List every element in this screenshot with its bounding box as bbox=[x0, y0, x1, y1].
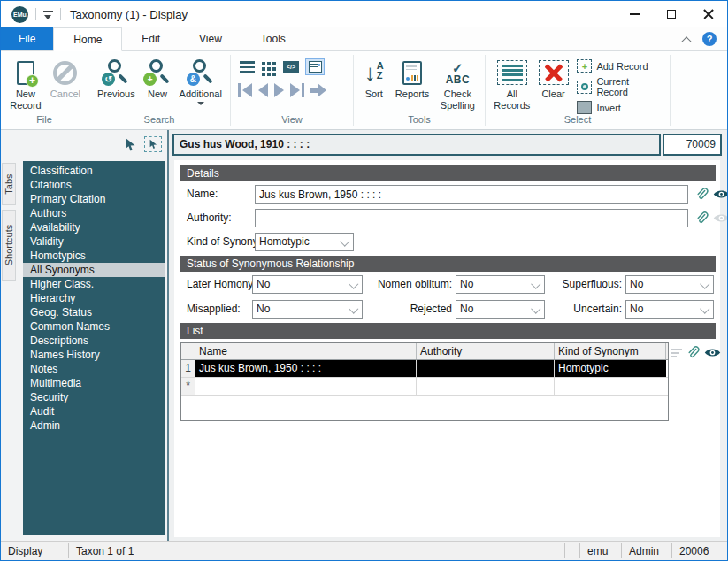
new-row-marker: * bbox=[181, 378, 195, 395]
tab-file[interactable]: File bbox=[1, 27, 53, 50]
ribbon: + New Record Cancel File ↺ Previous bbox=[1, 51, 727, 130]
sidebar-item-validity[interactable]: Validity bbox=[23, 234, 165, 249]
sidebar-item-hierarchy[interactable]: Hierarchy bbox=[23, 291, 165, 305]
synonym-table[interactable]: Name Authority Kind of Synonym 1 Jus kus… bbox=[180, 342, 669, 421]
sort-button[interactable]: ↓ AZ Sort bbox=[357, 54, 390, 100]
quick-access-dropdown-icon[interactable] bbox=[43, 11, 53, 19]
record-summary: Gus hus Wood, 1910 : : : : bbox=[172, 134, 661, 156]
nomen-oblitum-select[interactable]: No bbox=[456, 275, 545, 294]
sidebar-item-common-names[interactable]: Common Names bbox=[23, 319, 165, 334]
misapplied-label: Misapplied: bbox=[187, 300, 241, 319]
reports-button[interactable]: Reports bbox=[390, 54, 433, 100]
attachment-icon[interactable] bbox=[694, 186, 709, 203]
sidebar-item-authors[interactable]: Authors bbox=[23, 206, 165, 220]
view-attachment-eye-icon[interactable] bbox=[704, 347, 721, 358]
rejected-name-select[interactable]: No bbox=[456, 300, 545, 319]
cell-name[interactable]: Jus kus Brown, 1950 : : : : bbox=[195, 360, 417, 377]
misapplied-select[interactable]: No bbox=[252, 300, 363, 319]
help-icon[interactable]: ? bbox=[702, 32, 717, 46]
next-record-button[interactable] bbox=[274, 83, 284, 97]
sidebar-item-all-synonyms[interactable]: All Synonyms bbox=[23, 263, 165, 277]
sidebar-item-classification[interactable]: Classification bbox=[23, 164, 165, 178]
side-tab-shortcuts[interactable]: Shortcuts bbox=[2, 210, 16, 280]
previous-record-button[interactable] bbox=[258, 83, 268, 97]
table-sort-icon-disabled bbox=[671, 349, 682, 357]
select-all-records-button[interactable]: All Records bbox=[489, 54, 535, 111]
authority-input[interactable] bbox=[255, 209, 688, 227]
select-current-record-button[interactable]: Current Record bbox=[577, 76, 663, 97]
sidebar-item-higher-class[interactable]: Higher Class. bbox=[23, 277, 165, 291]
sidebar-item-primary-citation[interactable]: Primary Citation bbox=[23, 192, 165, 206]
ribbon-group-label-tools: Tools bbox=[354, 114, 485, 129]
section-header-list: List bbox=[180, 323, 716, 339]
column-header-kind[interactable]: Kind of Synonym bbox=[555, 343, 666, 359]
window-title: Taxonomy (1) - Display bbox=[70, 8, 188, 21]
sidebar-item-audit[interactable]: Audit bbox=[23, 404, 165, 419]
chevron-down-icon bbox=[533, 305, 540, 312]
invert-selection-icon bbox=[577, 101, 592, 114]
sidebar-item-security[interactable]: Security bbox=[23, 390, 165, 404]
select-clear-button[interactable]: Clear bbox=[535, 54, 572, 100]
search-previous-button[interactable]: ↺ Previous bbox=[92, 54, 141, 100]
later-homonym-select[interactable]: No bbox=[252, 275, 363, 294]
view-code-icon[interactable]: </> bbox=[283, 61, 299, 73]
minimize-icon bbox=[630, 13, 640, 15]
sidebar-item-availability[interactable]: Availability bbox=[23, 220, 165, 234]
cell-authority[interactable] bbox=[417, 360, 555, 377]
view-attachment-eye-icon[interactable] bbox=[713, 188, 728, 200]
sidebar-item-descriptions[interactable]: Descriptions bbox=[23, 334, 165, 348]
close-button[interactable] bbox=[690, 1, 727, 27]
ribbon-group-view: </> View bbox=[231, 51, 353, 129]
column-header-name[interactable]: Name bbox=[195, 343, 417, 359]
sidebar-item-notes[interactable]: Notes bbox=[23, 362, 165, 376]
search-additional-button[interactable]: & Additional bbox=[175, 54, 226, 109]
select-add-record-button[interactable]: + Add Record bbox=[577, 59, 663, 73]
select-invert-button[interactable]: Invert bbox=[577, 101, 663, 114]
chevron-down-icon bbox=[533, 280, 540, 288]
sidebar-item-names-history[interactable]: Names History bbox=[23, 348, 165, 362]
goto-record-button[interactable] bbox=[310, 83, 326, 97]
maximize-button[interactable] bbox=[653, 1, 690, 27]
cancel-button[interactable]: Cancel bbox=[47, 54, 84, 100]
view-list-icon[interactable] bbox=[240, 61, 255, 73]
chevron-down-icon bbox=[350, 305, 357, 312]
cursor-arrow-icon[interactable] bbox=[124, 137, 137, 152]
table-new-row[interactable]: * bbox=[181, 378, 668, 396]
view-attachment-eye-icon-disabled bbox=[713, 212, 728, 224]
ribbon-group-file: + New Record Cancel File bbox=[1, 51, 88, 129]
check-spelling-button[interactable]: ✓ ABC Check Spelling bbox=[434, 54, 481, 111]
select-mode-icon[interactable] bbox=[144, 136, 162, 152]
collapse-ribbon-icon[interactable] bbox=[682, 35, 690, 43]
search-new-button[interactable]: + New bbox=[141, 54, 175, 100]
sidebar-item-homotypics[interactable]: Homotypics bbox=[23, 249, 165, 263]
attachment-icon[interactable] bbox=[694, 210, 709, 227]
tab-edit[interactable]: Edit bbox=[122, 27, 180, 50]
name-input[interactable] bbox=[255, 185, 688, 204]
record-pane: Gus hus Wood, 1910 : : : : 70009 Details… bbox=[169, 130, 727, 541]
sidebar-item-admin[interactable]: Admin bbox=[23, 419, 165, 433]
uncertain-select[interactable]: No bbox=[625, 300, 714, 319]
view-grid-icon[interactable] bbox=[262, 62, 265, 65]
cell-kind[interactable]: Homotypic bbox=[555, 360, 666, 377]
view-details-icon[interactable] bbox=[305, 58, 325, 75]
sidebar-item-multimedia[interactable]: Multimedia bbox=[23, 376, 165, 390]
new-record-button[interactable]: + New Record bbox=[4, 54, 47, 111]
tab-tools[interactable]: Tools bbox=[241, 27, 305, 50]
sidebar-item-geog-status[interactable]: Geog. Status bbox=[23, 305, 165, 319]
tab-home[interactable]: Home bbox=[53, 27, 122, 51]
kind-of-synonym-select[interactable]: Homotypic bbox=[255, 233, 354, 251]
attachment-icon[interactable] bbox=[686, 344, 701, 361]
superfluous-select[interactable]: No bbox=[625, 275, 714, 294]
ribbon-separator bbox=[670, 55, 671, 126]
sidebar-item-citations[interactable]: Citations bbox=[23, 178, 165, 192]
table-row[interactable]: 1 Jus kus Brown, 1950 : : : : Homotypic bbox=[181, 360, 668, 378]
chevron-down-icon bbox=[350, 280, 357, 288]
titlebar: EMu Taxonomy (1) - Display bbox=[1, 1, 727, 27]
minimize-button[interactable] bbox=[616, 1, 653, 27]
emu-logo-icon[interactable]: EMu bbox=[11, 6, 28, 23]
side-tab-tabs[interactable]: Tabs bbox=[2, 163, 16, 205]
first-record-button[interactable] bbox=[238, 83, 252, 97]
column-header-authority[interactable]: Authority bbox=[417, 343, 555, 359]
last-record-button[interactable] bbox=[290, 83, 304, 97]
tab-view[interactable]: View bbox=[180, 27, 241, 50]
